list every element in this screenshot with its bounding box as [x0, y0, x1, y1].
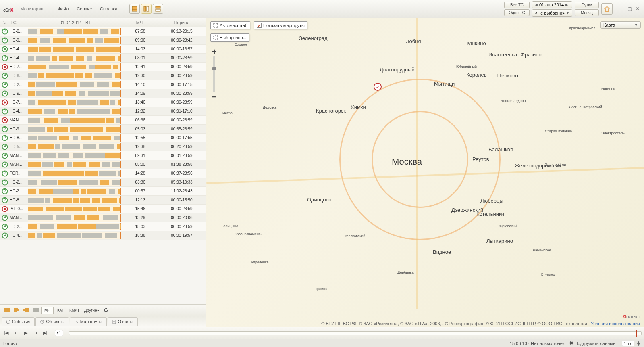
activity-bar[interactable] — [28, 117, 121, 124]
date-navigator[interactable]: ◀ 01 апр 2014 ▶ — [532, 1, 572, 8]
activity-bar[interactable] — [28, 170, 121, 177]
tab-objects[interactable]: Объекты — [35, 317, 69, 326]
vehicle-row[interactable]: PHD-2...14:1000:00-17:15 — [0, 80, 206, 89]
vehicle-row[interactable]: PMAN...05:0001:38-23:58 — [0, 160, 206, 169]
bar-mode3-icon[interactable] — [22, 306, 31, 314]
activity-bar[interactable] — [28, 134, 121, 142]
filter-one-button[interactable]: Одно ТС — [504, 9, 530, 16]
menu-file[interactable]: Файл — [58, 6, 69, 11]
col-ts[interactable]: ТС — [10, 20, 29, 25]
vehicle-row[interactable]: PHD-9...05:0300:35-23:59 — [0, 125, 206, 134]
playback-speed[interactable]: x1 — [55, 330, 63, 336]
activity-bar[interactable] — [28, 223, 121, 230]
vehicle-row[interactable]: PHD-8...12:5500:00-17:55 — [0, 134, 206, 142]
vehicle-row[interactable]: PFOR...14:2800:37-23:56 — [0, 169, 206, 178]
activity-bar[interactable] — [28, 188, 121, 195]
activity-bar[interactable] — [28, 205, 121, 213]
date-next-icon[interactable]: ▶ — [565, 3, 568, 7]
refresh-icon[interactable] — [102, 306, 110, 314]
activity-bar[interactable] — [28, 37, 121, 44]
date-prev-icon[interactable]: ◀ — [535, 3, 538, 7]
home-button[interactable] — [601, 3, 613, 15]
activity-bar[interactable] — [28, 99, 121, 106]
vehicle-row[interactable]: PHD-4...12:3200:01-17:10 — [0, 107, 206, 116]
vehicle-row[interactable]: PHD-9...14:0900:00-23:59 — [0, 89, 206, 98]
zoom-out-button[interactable]: − — [212, 93, 217, 100]
col-mch[interactable]: МЧ — [121, 20, 158, 25]
activity-bar[interactable] — [28, 196, 121, 204]
show-routes-toggle[interactable]: ✔ Показать маршруты — [254, 21, 307, 29]
map-marker[interactable]: ↙ — [374, 83, 382, 91]
timeline-track[interactable] — [69, 331, 642, 335]
zoom-in-button[interactable]: + — [212, 48, 217, 55]
vehicle-row[interactable]: HD-7...13:4600:00-23:59 — [0, 98, 206, 107]
vehicle-row[interactable]: HD-7...12:4100:00-23:59 — [0, 63, 206, 71]
col-period[interactable]: Период — [158, 20, 206, 25]
tab-events[interactable]: События — [2, 317, 35, 326]
activity-bar[interactable] — [28, 63, 121, 71]
vehicle-row[interactable]: PHD-2...15:0300:00-23:59 — [0, 222, 206, 231]
activity-bar[interactable] — [28, 54, 121, 62]
zoom-slider[interactable] — [213, 56, 215, 92]
activity-bar[interactable] — [28, 179, 121, 186]
range-month-button[interactable]: Месяц — [575, 9, 599, 16]
skip-end-icon[interactable]: ▶| — [41, 330, 49, 337]
vehicle-row[interactable]: HD-4...14:0300:00-16:57 — [0, 45, 206, 54]
vehicle-row[interactable]: PHD-8...12:3000:00-23:59 — [0, 71, 206, 80]
vehicle-row[interactable]: PMAN...13:2900:00-20:06 — [0, 213, 206, 222]
vehicle-select[interactable]: <Не выбрано>▼ — [532, 9, 572, 17]
menu-service[interactable]: Сервис — [77, 6, 92, 11]
vehicle-row[interactable]: PMAN...09:3100:01-23:59 — [0, 151, 206, 160]
window-maximize-icon[interactable]: ▢ — [626, 6, 633, 12]
refresh-interval[interactable]: 15 с▲▼ — [620, 341, 641, 346]
mode-km-button[interactable]: КМ — [54, 307, 66, 314]
bar-mode4-icon[interactable] — [31, 306, 40, 314]
vehicle-row[interactable]: PHD-2...03:3605:03-19:33 — [0, 178, 206, 187]
autoscale-button[interactable]: Автомасштаб — [210, 21, 250, 29]
skip-start-icon[interactable]: |◀ — [2, 330, 10, 337]
layout-split-icon[interactable] — [141, 4, 152, 14]
mode-mch-button[interactable]: МЧ — [41, 307, 54, 314]
layout-map-icon[interactable] — [153, 4, 163, 14]
tab-reports[interactable]: Отчеты — [108, 317, 138, 326]
activity-bar[interactable] — [28, 214, 121, 222]
activity-bar[interactable] — [28, 143, 121, 151]
bar-mode2-icon[interactable] — [12, 306, 21, 314]
mode-kmh-button[interactable]: КМ/Ч — [66, 307, 82, 314]
vehicle-row[interactable]: PHD-8...12:1300:00-15:50 — [0, 196, 206, 205]
range-day-button[interactable]: Сутки — [575, 2, 599, 8]
activity-bar[interactable] — [28, 232, 121, 239]
vehicle-list[interactable]: PHD-0...07:5800:13-20:15PHD-9...09:0600:… — [0, 27, 206, 304]
vehicle-row[interactable]: PHD-2...00:5711:02-23:43 — [0, 187, 206, 196]
map[interactable]: Москва ЗеленоградХимкиМытищиКоролевЩелко… — [206, 18, 644, 327]
layout-list-icon[interactable] — [129, 4, 140, 14]
mode-other-dropdown[interactable]: Другие▾ — [83, 308, 101, 313]
activity-bar[interactable] — [28, 28, 121, 35]
window-close-icon[interactable]: ✕ — [634, 6, 641, 12]
col-date[interactable]: 01.04.2014 · ВТ — [29, 20, 121, 25]
vehicle-row[interactable]: PHD-5...12:3800:20-23:59 — [0, 142, 206, 151]
activity-bar[interactable] — [28, 46, 121, 53]
vehicle-row[interactable]: IVE-0...15:4600:00-23:59 — [0, 205, 206, 213]
activity-bar[interactable] — [28, 81, 121, 88]
filter-icon[interactable]: ▽ — [0, 20, 10, 25]
vehicle-row[interactable]: PHD-4...18:3800:00-19:57 — [0, 231, 206, 240]
vehicle-row[interactable]: PHD-0...07:5800:13-20:15 — [0, 27, 206, 36]
play-icon[interactable]: ▶ — [22, 330, 30, 337]
activity-bar[interactable] — [28, 161, 121, 168]
map-type-select[interactable]: Карта▼ — [600, 21, 641, 29]
step-fwd-icon[interactable]: ⇥ — [31, 330, 39, 337]
activity-bar[interactable] — [28, 90, 121, 97]
step-back-icon[interactable]: ⇤ — [12, 330, 20, 337]
vehicle-row[interactable]: PHD-9...09:0600:00-23:42 — [0, 36, 206, 45]
vehicle-row[interactable]: MAN...06:3600:00-23:59 — [0, 116, 206, 125]
filter-all-button[interactable]: Все ТС — [504, 2, 530, 8]
activity-bar[interactable] — [28, 72, 121, 79]
activity-bar[interactable] — [28, 152, 121, 159]
bar-mode-icon[interactable] — [2, 306, 11, 314]
terms-link[interactable]: Условия использования — [591, 321, 640, 326]
status-close-icon[interactable]: ✖ — [569, 341, 573, 346]
activity-bar[interactable] — [28, 125, 121, 133]
window-minimize-icon[interactable]: — — [618, 6, 625, 12]
tab-routes[interactable]: Маршруты — [70, 317, 107, 326]
